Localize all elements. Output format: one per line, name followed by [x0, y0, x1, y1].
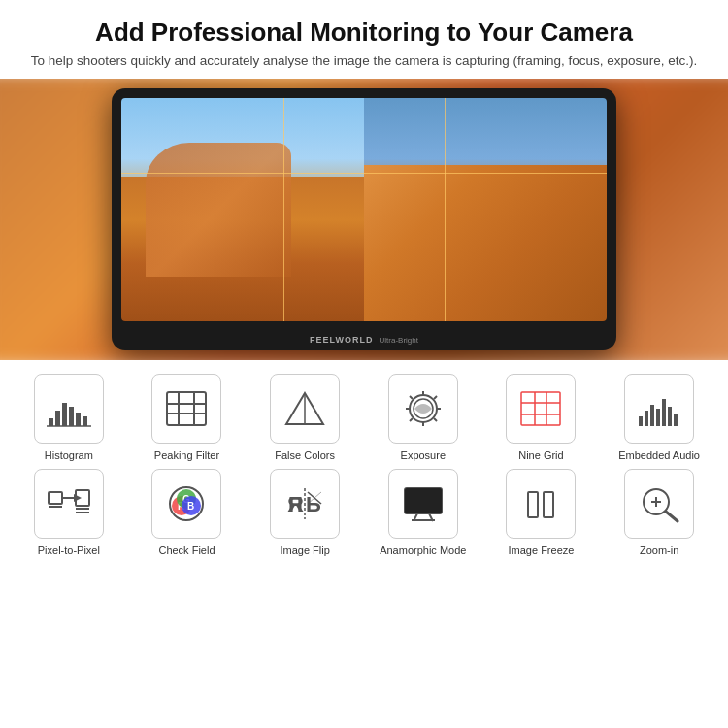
feature-zoom-in: Zoom-in	[606, 469, 712, 557]
svg-rect-10	[167, 403, 206, 405]
nine-grid-icon	[518, 389, 563, 428]
svg-rect-7	[167, 392, 206, 425]
nine-grid-label: Nine Grid	[518, 448, 563, 462]
svg-text:Ь: Ь	[306, 492, 321, 516]
svg-rect-0	[49, 418, 53, 426]
image-freeze-label: Image Freeze	[509, 544, 575, 557]
page-subtitle: To help shooters quickly and accurately …	[19, 51, 709, 71]
exposure-icon	[401, 389, 446, 428]
pixel-to-pixel-icon	[47, 484, 91, 523]
check-field-label: Check Field	[158, 544, 215, 557]
svg-rect-37	[49, 492, 62, 504]
anamorphic-mode-icon-box	[388, 469, 458, 539]
peaking-filter-icon-box	[151, 374, 221, 444]
exposure-label: Exposure	[401, 448, 446, 462]
monitor-screen	[121, 98, 607, 321]
svg-line-22	[434, 418, 437, 421]
feature-anamorphic-mode: Anamorphic Mode	[370, 469, 477, 557]
svg-rect-42	[76, 508, 89, 510]
image-flip-icon: R Ь R	[282, 484, 327, 523]
histogram-icon	[47, 389, 91, 428]
peaking-filter-icon	[164, 389, 209, 428]
svg-line-21	[410, 396, 413, 399]
anamorphic-mode-icon	[401, 484, 446, 523]
feature-pixel-to-pixel: Pixel-to-Pixel	[16, 469, 122, 557]
feature-check-field: R G B Check Field	[133, 469, 240, 557]
histogram-icon-box	[34, 374, 104, 444]
svg-rect-11	[167, 413, 206, 414]
svg-rect-43	[76, 512, 89, 513]
features-section: Histogram Peaking Filter	[0, 360, 728, 728]
feature-image-freeze: Image Freeze	[487, 469, 594, 557]
svg-line-23	[434, 396, 437, 399]
svg-rect-36	[674, 414, 678, 426]
pixel-to-pixel-icon-box	[34, 469, 104, 539]
exposure-icon-box	[388, 374, 458, 444]
svg-rect-38	[49, 506, 62, 508]
svg-line-24	[410, 418, 413, 421]
monitor-body: FEELWORLD Ultra-Bright	[112, 88, 616, 350]
svg-rect-63	[544, 492, 553, 517]
image-flip-label: Image Flip	[280, 544, 329, 557]
svg-rect-2	[62, 403, 67, 426]
embedded-audio-label: Embedded Audio	[618, 448, 700, 462]
svg-rect-32	[650, 405, 654, 426]
page: Add Professional Monitoring to Your Came…	[0, 0, 728, 728]
grid-horizontal-1	[121, 173, 607, 174]
svg-rect-62	[528, 492, 538, 517]
feature-nine-grid: Nine Grid	[487, 374, 594, 462]
feature-exposure: Exposure	[370, 374, 477, 462]
feature-histogram: Histogram	[16, 374, 122, 462]
monitor-tagline: Ultra-Bright	[380, 336, 418, 345]
zoom-in-icon	[637, 484, 681, 523]
zoom-in-label: Zoom-in	[640, 544, 678, 557]
grid-vertical-1	[283, 98, 284, 321]
monitor-section: FEELWORLD Ultra-Bright	[0, 79, 728, 360]
image-freeze-icon	[518, 484, 563, 523]
svg-rect-30	[639, 416, 643, 426]
false-colors-label: False Colors	[275, 448, 335, 462]
peaking-filter-label: Peaking Filter	[154, 448, 219, 462]
zoom-in-icon-box	[624, 469, 694, 539]
svg-rect-5	[83, 416, 87, 426]
svg-rect-58	[405, 488, 442, 513]
feature-false-colors: False Colors	[251, 374, 358, 462]
embedded-audio-icon-box	[624, 374, 694, 444]
features-row-1: Histogram Peaking Filter	[10, 374, 718, 462]
histogram-label: Histogram	[45, 448, 93, 462]
svg-rect-9	[193, 392, 195, 425]
grid-horizontal-2	[121, 248, 607, 248]
svg-rect-33	[656, 409, 660, 426]
svg-rect-25	[521, 392, 560, 425]
svg-rect-3	[69, 407, 74, 426]
svg-rect-4	[76, 413, 81, 426]
nine-grid-icon-box	[506, 374, 576, 444]
embedded-audio-icon	[637, 389, 681, 428]
image-freeze-icon-box	[506, 469, 576, 539]
svg-rect-31	[645, 411, 648, 426]
feature-image-flip: R Ь R Image Flip	[251, 469, 358, 557]
monitor-container: FEELWORLD Ultra-Bright	[112, 88, 616, 350]
image-flip-icon-box: R Ь R	[270, 469, 340, 539]
svg-text:B: B	[187, 501, 194, 512]
false-colors-icon	[282, 389, 327, 428]
brand-name: FEELWORLD	[310, 335, 374, 345]
anamorphic-mode-label: Anamorphic Mode	[380, 544, 466, 557]
page-title: Add Professional Monitoring to Your Came…	[19, 17, 709, 48]
false-colors-icon-box	[270, 374, 340, 444]
pixel-to-pixel-label: Pixel-to-Pixel	[38, 544, 100, 557]
header: Add Professional Monitoring to Your Came…	[0, 0, 728, 79]
svg-text:R: R	[287, 492, 303, 516]
svg-rect-34	[662, 399, 666, 426]
features-row-2: Pixel-to-Pixel R G B	[10, 469, 718, 557]
check-field-icon-box: R G B	[151, 469, 221, 539]
svg-rect-35	[668, 407, 672, 426]
svg-rect-8	[178, 392, 180, 425]
monitor-label: FEELWORLD Ultra-Bright	[310, 335, 418, 345]
feature-peaking-filter: Peaking Filter	[133, 374, 240, 462]
check-field-icon: R G B	[164, 484, 209, 523]
screen-grid	[121, 98, 607, 321]
svg-rect-1	[55, 411, 60, 426]
feature-embedded-audio: Embedded Audio	[606, 374, 712, 462]
svg-line-67	[666, 512, 678, 521]
